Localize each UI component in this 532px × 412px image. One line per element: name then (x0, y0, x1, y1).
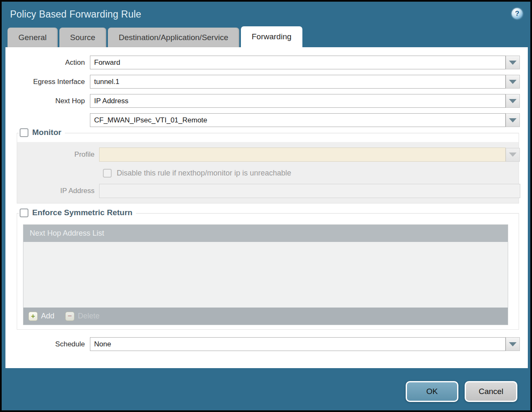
next-hop-type-value: IP Address (94, 97, 128, 105)
minus-icon: − (65, 312, 74, 321)
schedule-value: None (94, 340, 111, 348)
tab-general[interactable]: General (8, 28, 58, 47)
policy-based-forwarding-dialog: Policy Based Forwarding Rule ? General S… (0, 0, 532, 412)
action-label: Action (5, 58, 90, 67)
delete-button-label: Delete (78, 312, 100, 320)
profile-dropdown-button (506, 148, 520, 162)
next-hop-address-list-header: Next Hop Address List (23, 225, 508, 242)
chevron-down-icon (509, 342, 517, 346)
dialog-title: Policy Based Forwarding Rule (10, 9, 141, 20)
profile-label: Profile (17, 150, 99, 159)
forwarding-tab-panel: Action Forward Egress Interface tunnel.1… (5, 47, 528, 368)
monitor-fieldset: Monitor Profile Disable this rule if nex… (17, 133, 519, 203)
egress-interface-select[interactable]: tunnel.1 (90, 75, 506, 89)
enforce-symmetric-return-legend-label: Enforce Symmetric Return (32, 208, 133, 217)
egress-interface-value: tunnel.1 (94, 78, 120, 86)
next-hop-address-list-table: Next Hop Address List + Add − Delete (23, 224, 508, 325)
next-hop-dropdown-button[interactable] (506, 94, 520, 108)
plus-icon: + (28, 312, 38, 321)
next-hop-address-value: CF_MWAN_IPsec_VTI_01_Remote (94, 116, 207, 125)
profile-select (99, 148, 506, 162)
monitor-checkbox[interactable] (20, 128, 28, 137)
fieldset-border-line (17, 133, 519, 133)
profile-row: Profile (17, 148, 519, 162)
next-hop-address-select[interactable]: CF_MWAN_IPsec_VTI_01_Remote (90, 113, 506, 127)
disable-rule-row: Disable this rule if nexthop/monitor ip … (103, 169, 519, 178)
schedule-dropdown-button[interactable] (506, 337, 520, 351)
action-select[interactable]: Forward (90, 56, 506, 69)
chevron-down-icon (509, 61, 517, 65)
tab-source[interactable]: Source (59, 28, 106, 47)
add-button[interactable]: + Add (28, 312, 54, 321)
next-hop-type-select[interactable]: IP Address (90, 94, 506, 108)
egress-interface-label: Egress Interface (5, 78, 90, 86)
monitor-ip-address-label: IP Address (17, 187, 99, 195)
help-icon-glyph: ? (515, 10, 519, 18)
next-hop-address-list-body[interactable] (23, 242, 508, 308)
egress-interface-row: Egress Interface tunnel.1 (5, 75, 528, 89)
title-bar: Policy Based Forwarding Rule ? (2, 2, 530, 26)
next-hop-row: Next Hop IP Address (5, 94, 528, 108)
add-button-label: Add (41, 312, 54, 320)
action-row: Action Forward (5, 56, 528, 69)
chevron-down-icon (509, 153, 517, 157)
tab-bar: General Source Destination/Application/S… (2, 26, 530, 47)
tab-forwarding[interactable]: Forwarding (241, 26, 302, 47)
schedule-row: Schedule None (5, 337, 528, 351)
egress-interface-dropdown-button[interactable] (506, 75, 520, 89)
schedule-select[interactable]: None (90, 337, 506, 351)
action-value: Forward (94, 58, 120, 67)
next-hop-address-dropdown-button[interactable] (506, 113, 520, 127)
chevron-down-icon (509, 99, 517, 103)
enforce-symmetric-return-checkbox[interactable] (20, 209, 28, 217)
enforce-symmetric-return-fieldset: Enforce Symmetric Return Next Hop Addres… (17, 213, 519, 330)
schedule-label: Schedule (5, 340, 90, 348)
chevron-down-icon (509, 80, 517, 84)
disable-rule-checkbox (103, 169, 112, 178)
next-hop-address-list-footer: + Add − Delete (23, 308, 508, 325)
monitor-legend: Monitor (17, 128, 519, 137)
enforce-symmetric-return-legend: Enforce Symmetric Return (17, 208, 519, 217)
next-hop-address-row: CF_MWAN_IPsec_VTI_01_Remote (5, 113, 528, 127)
action-dropdown-button[interactable] (506, 56, 520, 69)
cancel-button[interactable]: Cancel (465, 381, 517, 402)
disable-rule-label: Disable this rule if nexthop/monitor ip … (117, 169, 291, 178)
dialog-button-bar: OK Cancel (406, 381, 517, 402)
chevron-down-icon (509, 118, 517, 122)
help-icon[interactable]: ? (512, 8, 523, 19)
next-hop-label: Next Hop (5, 97, 90, 105)
monitor-body: Profile Disable this rule if nexthop/mon… (17, 142, 519, 203)
monitor-legend-label: Monitor (32, 128, 61, 137)
next-hop-address-list-header-label: Next Hop Address List (30, 229, 104, 238)
monitor-ip-address-row: IP Address (17, 184, 519, 198)
tab-destination-application-service[interactable]: Destination/Application/Service (108, 28, 239, 47)
ok-button[interactable]: OK (406, 381, 458, 402)
monitor-ip-address-input (99, 184, 520, 198)
delete-button: − Delete (65, 312, 100, 321)
